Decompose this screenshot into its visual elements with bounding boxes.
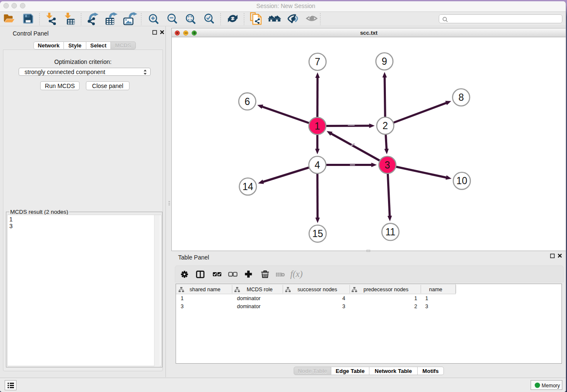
svg-text:10: 10 [457, 175, 468, 186]
svg-text:14: 14 [242, 181, 253, 192]
svg-text:1: 1 [315, 121, 320, 132]
svg-text:4: 4 [315, 160, 320, 171]
svg-text:3: 3 [385, 160, 390, 171]
svg-text:11: 11 [385, 226, 396, 237]
svg-text:2: 2 [383, 120, 388, 131]
svg-text:9: 9 [382, 56, 387, 67]
svg-text:15: 15 [312, 228, 323, 239]
svg-text:8: 8 [458, 92, 464, 103]
svg-text:6: 6 [245, 96, 250, 107]
svg-text:f(x): f(x) [290, 269, 303, 279]
svg-text:7: 7 [315, 56, 320, 67]
